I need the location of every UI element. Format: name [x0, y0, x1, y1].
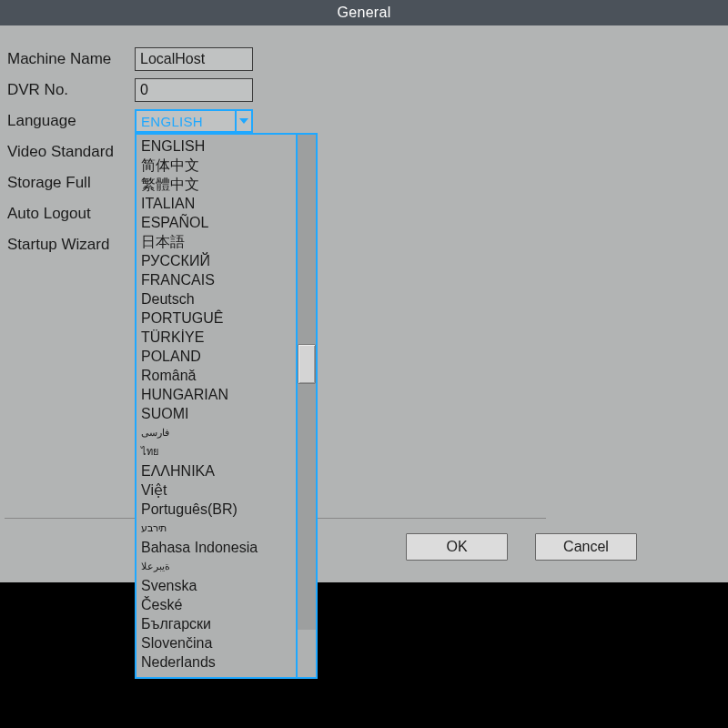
language-option[interactable]: فارسی	[141, 423, 291, 442]
language-option[interactable]: Slovenčina	[141, 633, 291, 652]
label-language: Language	[7, 112, 135, 130]
label-dvr-no: DVR No.	[7, 81, 135, 99]
language-option[interactable]: ไทย	[141, 442, 291, 461]
row-auto-logout: Auto Logout	[7, 200, 721, 228]
language-option[interactable]: Português(BR)	[141, 500, 291, 519]
chevron-down-icon	[239, 118, 248, 124]
language-option[interactable]: תירבע	[141, 519, 291, 538]
row-machine-name: Machine Name	[7, 46, 721, 73]
window-titlebar: General	[0, 0, 728, 25]
row-dvr-no: DVR No.	[7, 76, 721, 104]
label-storage-full: Storage Full	[7, 174, 135, 192]
label-auto-logout: Auto Logout	[7, 205, 135, 223]
language-option[interactable]: Bahasa Indonesia	[141, 538, 291, 557]
dropdown-arrow-box	[235, 111, 251, 131]
language-option[interactable]: ةيبرعلا	[141, 557, 291, 576]
language-option[interactable]: Български	[141, 614, 291, 633]
row-storage-full: Storage Full	[7, 169, 721, 197]
language-option[interactable]: SUOMI	[141, 404, 291, 423]
language-option[interactable]: РУССКИЙ	[141, 251, 291, 270]
language-option[interactable]: Română	[141, 366, 291, 385]
dvr-no-input[interactable]	[135, 78, 253, 102]
label-machine-name: Machine Name	[7, 50, 135, 68]
language-select-value: ENGLISH	[141, 114, 247, 129]
language-dropdown-scrollbar[interactable]	[296, 135, 316, 677]
language-option[interactable]: ΕΛΛΗΝΙΚΑ	[141, 461, 291, 480]
window-title: General	[337, 5, 390, 21]
language-option[interactable]: HUNGARIAN	[141, 385, 291, 404]
language-option[interactable]: České	[141, 595, 291, 614]
cancel-button[interactable]: Cancel	[535, 533, 637, 561]
language-select[interactable]: ENGLISH	[135, 109, 253, 133]
language-option[interactable]: POLAND	[141, 347, 291, 366]
language-option[interactable]: ESPAÑOL	[141, 213, 291, 232]
language-option[interactable]: 日本語	[141, 232, 291, 251]
language-option[interactable]: Việt	[141, 480, 291, 500]
label-video-standard: Video Standard	[7, 143, 135, 161]
language-option[interactable]: Nederlands	[141, 652, 291, 672]
row-video-standard: Video Standard	[7, 138, 721, 166]
form-area: Machine Name DVR No. Language ENGLISH EN…	[7, 46, 721, 262]
machine-name-input[interactable]	[135, 47, 253, 71]
language-option[interactable]: Svenska	[141, 576, 291, 595]
language-option[interactable]: 繁體中文	[141, 175, 291, 194]
label-startup-wizard: Startup Wizard	[7, 236, 135, 254]
language-option[interactable]: FRANCAIS	[141, 270, 291, 289]
scrollbar-track	[298, 135, 316, 344]
language-option[interactable]: 简体中文	[141, 156, 291, 175]
button-row: OK Cancel	[406, 533, 637, 561]
row-language: Language ENGLISH ENGLISH简体中文繁體中文ITALIANE…	[7, 107, 721, 135]
ok-button[interactable]: OK	[406, 533, 508, 561]
scrollbar-thumb[interactable]	[298, 344, 316, 384]
language-dropdown-list: ENGLISH简体中文繁體中文ITALIANESPAÑOL日本語РУССКИЙF…	[136, 135, 296, 677]
language-option[interactable]: Deutsch	[141, 289, 291, 308]
language-option[interactable]: ITALIAN	[141, 194, 291, 213]
language-option[interactable]: ENGLISH	[141, 136, 291, 156]
row-startup-wizard: Startup Wizard	[7, 231, 721, 258]
language-option[interactable]: TÜRKİYE	[141, 328, 291, 347]
general-settings-window: General Machine Name DVR No. Language EN…	[0, 0, 728, 582]
language-option[interactable]: PORTUGUÊ	[141, 308, 291, 328]
language-dropdown: ENGLISH简体中文繁體中文ITALIANESPAÑOL日本語РУССКИЙF…	[135, 133, 318, 679]
scrollbar-track	[298, 384, 316, 630]
